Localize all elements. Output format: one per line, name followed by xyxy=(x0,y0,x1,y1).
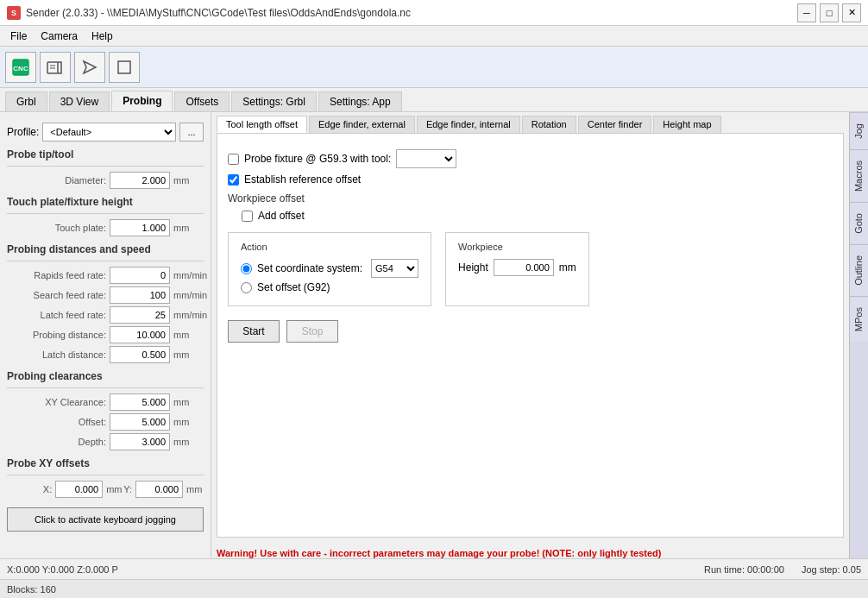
cnc-button[interactable]: CNC xyxy=(5,52,36,83)
side-mpos-btn[interactable]: MPos xyxy=(850,296,868,342)
workpiece-box-title: Workpiece xyxy=(458,242,576,252)
add-offset-checkbox[interactable] xyxy=(242,211,253,222)
latch-distance-input[interactable] xyxy=(110,346,170,363)
latch-feed-label: Latch feed rate: xyxy=(41,310,106,320)
svg-marker-5 xyxy=(84,61,96,73)
title-bar: S Sender (2.0.33) - \\MEDIA\MyStuff\CNC\… xyxy=(0,0,868,26)
tab-settings-app[interactable]: Settings: App xyxy=(318,91,402,111)
touch-plate-input[interactable] xyxy=(110,219,170,236)
probing-distance-input[interactable] xyxy=(110,326,170,343)
cnc-icon: CNC xyxy=(11,58,30,77)
xy-clearance-input[interactable] xyxy=(110,393,170,411)
probe-tip-title: Probe tip/tool xyxy=(7,148,204,161)
search-feed-label: Search feed rate: xyxy=(34,290,106,300)
latch-distance-unit: mm xyxy=(173,349,204,360)
sub-tab-edge-internal[interactable]: Edge finder, internal xyxy=(417,116,520,133)
svg-rect-6 xyxy=(118,61,130,73)
rapids-feed-label: Rapids feed rate: xyxy=(34,270,106,280)
probe-fixture-row: Probe fixture @ G59.3 with tool: xyxy=(228,149,833,168)
rapids-feed-input[interactable] xyxy=(110,267,170,284)
minimize-button[interactable]: ─ xyxy=(797,3,816,22)
probing-distance-unit: mm xyxy=(173,330,204,340)
close-button[interactable]: ✕ xyxy=(842,3,861,22)
diameter-row: Diameter: mm xyxy=(7,172,204,189)
sub-tab-height-map[interactable]: Height map xyxy=(653,116,720,133)
latch-distance-label: Latch distance: xyxy=(42,349,106,360)
title-bar-left: S Sender (2.0.33) - \\MEDIA\MyStuff\CNC\… xyxy=(7,6,411,20)
offset-clearance-row: Offset: mm xyxy=(7,413,204,431)
probing-distances-title: Probing distances and speed xyxy=(7,243,204,255)
probe-fixture-checkbox[interactable] xyxy=(228,154,239,165)
set-offset-radio[interactable] xyxy=(241,282,252,293)
window-title: Sender (2.0.33) - \\MEDIA\MyStuff\CNC\GC… xyxy=(26,7,411,19)
left-panel: Profile: <Default> ... Probe tip/tool Di… xyxy=(0,112,211,558)
touch-plate-row: Touch plate: mm xyxy=(7,219,204,236)
height-input[interactable] xyxy=(494,259,554,276)
profile-btn[interactable]: ... xyxy=(179,123,204,142)
stop-toolbar-button[interactable] xyxy=(109,52,140,83)
kbd-jog-button[interactable]: Click to activate keyboard jogging xyxy=(7,507,204,532)
probe-x-unit: mm xyxy=(106,484,123,494)
side-macros-btn[interactable]: Macros xyxy=(850,149,868,202)
tab-settings-grbl[interactable]: Settings: Grbl xyxy=(231,91,317,111)
probing-distance-row: Probing distance: mm xyxy=(7,326,204,343)
bottom-buttons: Start Stop xyxy=(228,320,833,343)
set-offset-label: Set offset (G92) xyxy=(257,281,330,293)
send-button[interactable] xyxy=(74,52,105,83)
main-tab-bar: Grbl 3D View Probing Offsets Settings: G… xyxy=(0,88,868,112)
status-coords: X:0.000 Y:0.000 Z:0.000 P xyxy=(7,564,118,575)
sub-tab-center-finder[interactable]: Center finder xyxy=(578,116,652,133)
height-unit: mm xyxy=(559,261,576,274)
xy-clearance-label: XY Clearance: xyxy=(45,397,106,407)
stop-toolbar-icon xyxy=(115,58,134,77)
action-box: Action Set coordinate system: G54 G55 G5… xyxy=(228,232,431,306)
side-jog-btn[interactable]: Jog xyxy=(850,112,868,149)
tab-grbl[interactable]: Grbl xyxy=(5,91,47,111)
diameter-unit: mm xyxy=(173,175,204,186)
depth-clearance-label: Depth: xyxy=(79,437,106,447)
start-button[interactable]: Start xyxy=(228,320,280,343)
jog-step: Jog step: 0.05 xyxy=(802,564,861,575)
offset-clearance-input[interactable] xyxy=(110,413,170,431)
probe-y-input[interactable] xyxy=(135,481,183,498)
set-offset-row: Set offset (G92) xyxy=(241,281,418,293)
menu-file[interactable]: File xyxy=(3,28,34,44)
menu-camera[interactable]: Camera xyxy=(34,28,85,44)
workpiece-box: Workpiece Height mm xyxy=(445,232,589,306)
tab-probing[interactable]: Probing xyxy=(111,91,173,111)
tab-offsets[interactable]: Offsets xyxy=(174,91,230,111)
run-time: Run time: 00:00:00 xyxy=(704,564,784,575)
profile-select[interactable]: <Default> xyxy=(42,123,176,142)
search-feed-input[interactable] xyxy=(110,286,170,304)
menu-help[interactable]: Help xyxy=(85,28,120,44)
sub-tab-edge-external[interactable]: Edge finder, external xyxy=(309,116,415,133)
stop-button[interactable]: Stop xyxy=(286,320,338,343)
probe-tool-select[interactable] xyxy=(396,149,456,168)
establish-reference-checkbox[interactable] xyxy=(228,174,239,186)
open-button[interactable] xyxy=(40,52,71,83)
tab-3dview[interactable]: 3D View xyxy=(49,91,110,111)
right-panel: Tool length offset Edge finder, external… xyxy=(211,112,849,558)
sub-tab-tool-length[interactable]: Tool length offset xyxy=(217,116,307,133)
coord-system-select[interactable]: G54 G55 G56 G57 G58 G59 xyxy=(371,259,418,278)
diameter-input[interactable] xyxy=(110,172,170,189)
height-label: Height xyxy=(458,261,488,274)
profile-row: Profile: <Default> ... xyxy=(7,123,204,142)
set-coordinate-label: Set coordinate system: xyxy=(257,262,362,274)
depth-clearance-input[interactable] xyxy=(110,433,170,450)
touch-plate-unit: mm xyxy=(173,223,204,233)
set-coordinate-radio[interactable] xyxy=(241,263,252,274)
tab-content: Probe fixture @ G59.3 with tool: Establi… xyxy=(217,133,844,538)
maximize-button[interactable]: □ xyxy=(820,3,839,22)
probe-x-input[interactable] xyxy=(55,481,103,498)
workpiece-height-row: Height mm xyxy=(458,259,576,276)
side-outline-btn[interactable]: Outline xyxy=(850,244,868,296)
side-goto-btn[interactable]: Goto xyxy=(850,202,868,244)
latch-feed-input[interactable] xyxy=(110,306,170,324)
title-controls: ─ □ ✕ xyxy=(797,3,861,22)
probe-y-unit: mm xyxy=(186,484,204,494)
probe-fixture-label: Probe fixture @ G59.3 with tool: xyxy=(244,153,391,165)
probe-y-label: Y: xyxy=(123,484,132,494)
sub-tab-bar: Tool length offset Edge finder, external… xyxy=(211,112,849,133)
sub-tab-rotation[interactable]: Rotation xyxy=(522,116,576,133)
